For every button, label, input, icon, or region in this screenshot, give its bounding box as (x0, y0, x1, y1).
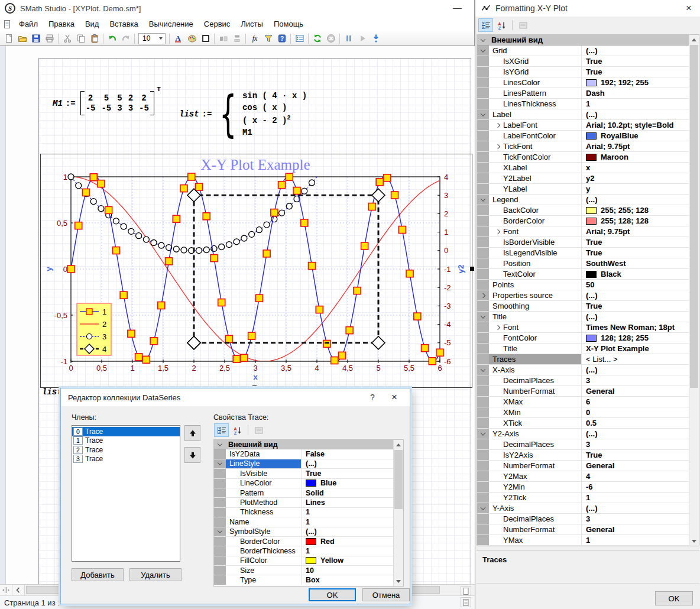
property-row[interactable]: TitleX-Y Plot Example (477, 344, 689, 354)
copy-button[interactable] (74, 32, 88, 45)
scroll-thumb[interactable] (394, 450, 403, 509)
property-row[interactable]: FontTimes New Roman; 18pt (477, 322, 689, 333)
menu-Правка[interactable]: Правка (43, 17, 80, 31)
redo-button[interactable] (119, 32, 132, 45)
property-row[interactable]: TextColorBlack (477, 269, 689, 280)
property-row[interactable]: Name1 (214, 517, 393, 527)
property-row[interactable]: NumberFormatGeneral (477, 461, 689, 471)
help-icon[interactable]: ? (367, 393, 378, 402)
alphabetical-sort-button[interactable]: AZ (494, 18, 509, 32)
dialog-ok-button[interactable]: OK (309, 588, 356, 601)
property-row[interactable]: NumberFormatGeneral (477, 524, 689, 535)
menu-Файл[interactable]: Файл (14, 17, 43, 31)
property-row[interactable]: FillColorYellow (214, 556, 393, 566)
chevron-down-icon[interactable] (481, 505, 485, 510)
property-row[interactable]: Properties source(...) (477, 290, 689, 301)
property-value[interactable]: (...) (586, 312, 598, 321)
property-row[interactable]: PatternSolid (214, 488, 393, 498)
add-button[interactable]: Добавить (72, 568, 124, 581)
new-button[interactable] (2, 32, 15, 45)
property-value[interactable]: (...) (586, 365, 598, 374)
property-row[interactable]: XTick0.5 (477, 418, 689, 429)
property-value[interactable]: x (586, 163, 590, 172)
chevron-right-icon[interactable] (495, 229, 500, 234)
property-row[interactable]: XLabelx (477, 163, 689, 173)
property-row[interactable]: YLabely (477, 184, 689, 195)
chevron-right-icon[interactable] (481, 293, 485, 297)
dialog-cancel-button[interactable]: Отмена (362, 588, 410, 601)
property-value[interactable]: (...) (306, 527, 317, 536)
property-row[interactable]: Title(...) (477, 312, 689, 322)
property-row[interactable]: BorderColorRed (214, 537, 393, 546)
property-row[interactable]: SymbolStyle(...) (214, 527, 393, 537)
property-value[interactable]: General (586, 525, 614, 534)
property-value[interactable]: Maroon (601, 153, 628, 161)
property-row[interactable]: Y2Labely2 (477, 173, 689, 184)
property-row[interactable]: DecimalPlaces3 (477, 514, 689, 524)
property-value[interactable]: (...) (586, 195, 598, 204)
property-value[interactable]: 1 (586, 99, 590, 108)
child-window-icon[interactable] (0, 18, 14, 31)
property-row[interactable]: IsVisibleTrue (214, 469, 393, 478)
property-value[interactable]: (...) (586, 291, 598, 300)
help-button[interactable]: ? (275, 32, 289, 45)
paste-button[interactable] (88, 32, 101, 45)
matrix-definition-m1[interactable]: M1 := 25522-5-533-5 T (53, 91, 154, 115)
align2-button[interactable] (230, 32, 244, 45)
property-row[interactable]: SmoothingTrue (477, 301, 689, 312)
property-value[interactable]: 50 (586, 280, 594, 289)
menu-Листы[interactable]: Листы (235, 17, 268, 31)
property-row[interactable]: Y-Axis(...) (477, 503, 689, 514)
property-value[interactable]: -6 (586, 482, 593, 491)
property-row[interactable]: DecimalPlaces3 (477, 439, 689, 450)
property-value[interactable]: Arial; 9.75pt (586, 142, 630, 151)
property-row[interactable]: X-Axis(...) (477, 365, 689, 375)
scroll-up-icon[interactable] (394, 440, 403, 449)
property-value[interactable]: 0.5 (586, 419, 597, 427)
property-row[interactable]: TickFontColorMaroon (477, 152, 689, 163)
property-row[interactable]: IsY2DataFalse (214, 449, 393, 459)
property-row[interactable]: PlotMethodLines (214, 498, 393, 507)
property-row[interactable]: PositionSouthWest (477, 258, 689, 269)
fontA-button[interactable]: A (171, 32, 185, 45)
property-row[interactable]: IsXGridTrue (477, 56, 689, 67)
property-row[interactable]: Label(...) (477, 109, 689, 120)
chevron-right-icon[interactable] (495, 325, 500, 329)
property-row[interactable]: IsYGridTrue (477, 67, 689, 77)
property-value[interactable]: True (586, 451, 602, 459)
scroll-down-icon[interactable] (394, 576, 403, 586)
property-row[interactable]: BackColor255; 255; 128 (477, 205, 689, 216)
property-value[interactable]: (...) (306, 459, 317, 468)
property-row[interactable]: DecimalPlaces3 (477, 375, 689, 386)
chevron-down-icon[interactable] (159, 37, 163, 40)
property-value[interactable]: 1 (306, 508, 310, 516)
property-value[interactable]: Arial; 9.75pt (586, 227, 630, 236)
close-icon[interactable]: × (683, 2, 694, 14)
property-row[interactable]: IsLegendVisibleTrue (477, 248, 689, 258)
panel-ok-button[interactable]: OK (655, 591, 693, 605)
property-value[interactable]: Black (601, 270, 621, 278)
property-row[interactable]: IsY2AxisTrue (477, 450, 689, 461)
trace-property-grid[interactable]: Внешний видIsY2DataFalseLineStyle(...)Is… (213, 439, 404, 587)
property-row[interactable]: Y2-Axis(...) (477, 429, 689, 439)
property-value[interactable]: 10 (306, 566, 314, 575)
property-row[interactable]: FontArial; 9.75pt (477, 226, 689, 237)
property-row[interactable]: YMax1 (477, 535, 689, 546)
property-value[interactable]: True (586, 302, 602, 310)
property-category-row[interactable]: Внешний вид (214, 440, 393, 449)
property-value[interactable]: True (586, 238, 602, 247)
property-value[interactable]: Arial; 10.2pt; style=Bold (586, 121, 673, 129)
pause-button[interactable] (342, 32, 355, 45)
property-value[interactable]: (...) (586, 46, 598, 55)
property-row[interactable]: IsBorderVisibleTrue (477, 237, 689, 248)
property-value[interactable]: False (306, 450, 325, 458)
property-value[interactable]: RoyalBlue (601, 131, 639, 140)
font-size-combo[interactable]: 10 (138, 33, 166, 44)
property-row[interactable]: XMin0 (477, 407, 689, 418)
menu-Вид[interactable]: Вид (80, 17, 105, 31)
normal-view-icon[interactable] (461, 586, 471, 596)
property-value[interactable]: Times New Roman; 18pt (586, 323, 675, 332)
property-value[interactable]: Yellow (320, 556, 343, 565)
categorized-view-button[interactable] (478, 18, 493, 32)
property-value[interactable]: General (586, 461, 614, 470)
